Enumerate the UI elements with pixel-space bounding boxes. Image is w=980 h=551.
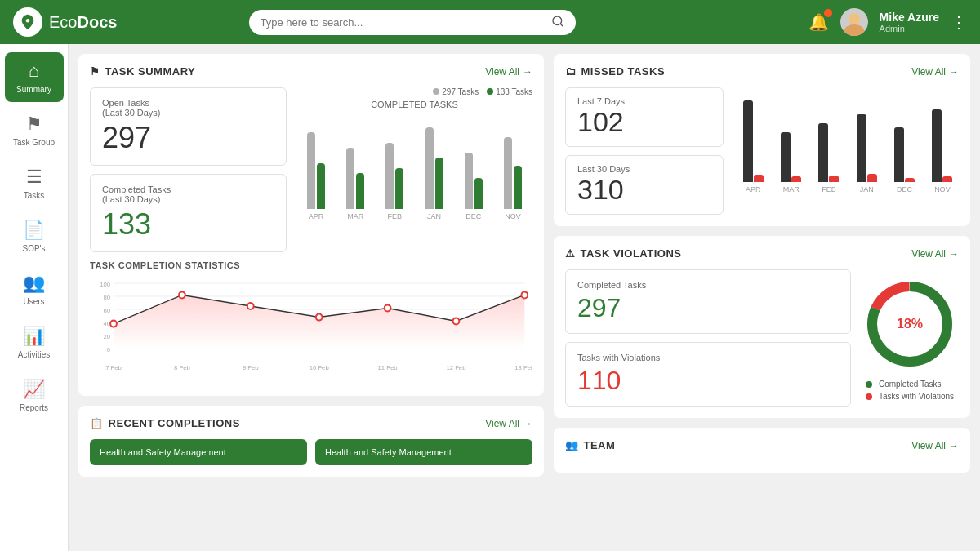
svg-point-22 xyxy=(521,291,528,298)
completed-tasks-box: Completed Tasks(Last 30 Days) 133 xyxy=(90,174,287,252)
bar-group-FEB: FEB xyxy=(378,119,411,220)
svg-point-20 xyxy=(385,304,391,311)
reports-icon: 📈 xyxy=(23,379,45,400)
sidebar-item-taskgroup[interactable]: ⚑ Task Group xyxy=(5,105,64,155)
bar-label-JAN: JAN xyxy=(427,212,441,220)
mbar-group-MAR: MAR xyxy=(774,92,807,193)
recent-completions-card: 📋 RECENT COMPLETIONS View All → Health a… xyxy=(78,406,544,477)
violations-completed-label: Completed Tasks xyxy=(577,280,839,290)
more-button[interactable]: ⋮ xyxy=(951,12,967,32)
violations-count-label: Tasks with Violations xyxy=(577,353,839,362)
nav-right: 🔔 Mike Azure Admin ⋮ xyxy=(808,8,967,36)
legend-297: 297 Tasks xyxy=(433,87,479,96)
team-card: 👥 TEAM View All → xyxy=(554,428,970,473)
sidebar-item-sops[interactable]: 📄 SOP's xyxy=(5,211,64,261)
sidebar: ⌂ Summary ⚑ Task Group ☰ Tasks 📄 SOP's 👥… xyxy=(0,44,69,551)
legend-133: 133 Tasks xyxy=(487,87,532,96)
sidebar-item-tasks[interactable]: ☰ Tasks xyxy=(5,158,64,208)
bar-group-MAR: MAR xyxy=(339,119,372,220)
svg-text:13 Feb: 13 Feb xyxy=(514,364,532,371)
mbar-dark-FEB xyxy=(818,123,828,182)
missed-7days-label: Last 7 Days xyxy=(577,96,711,106)
open-tasks-label: Open Tasks(Last 30 Days) xyxy=(102,98,274,118)
open-tasks-value: 297 xyxy=(102,121,274,155)
missed-7days: Last 7 Days 102 xyxy=(565,87,724,147)
violations-count: Tasks with Violations 110 xyxy=(565,342,851,407)
missed-tasks-viewall[interactable]: View All → xyxy=(911,66,959,78)
team-viewall[interactable]: View All → xyxy=(911,440,959,451)
mbar-label-JAN: JAN xyxy=(860,185,874,193)
recent-completions-title: 📋 RECENT COMPLETIONS xyxy=(90,417,240,429)
main-layout: ⌂ Summary ⚑ Task Group ☰ Tasks 📄 SOP's 👥… xyxy=(0,44,980,551)
mbar-red-NOV xyxy=(942,176,952,182)
sidebar-item-users[interactable]: 👥 Users xyxy=(5,264,64,314)
sidebar-label-activities: Activities xyxy=(18,350,50,359)
violations-stats: Completed Tasks 297 Tasks with Violation… xyxy=(565,269,851,407)
mbar-red-JAN xyxy=(867,174,877,182)
svg-text:7 Feb: 7 Feb xyxy=(105,364,122,371)
svg-point-21 xyxy=(453,318,460,324)
mbar-group-JAN: JAN xyxy=(850,92,883,193)
bar-label-APR: APR xyxy=(309,212,324,220)
missed-30days-label: Last 30 Days xyxy=(577,164,711,174)
content-area: ⚑ TASK SUMMARY View All → Open Tasks(Las… xyxy=(69,44,980,551)
search-button[interactable] xyxy=(551,15,564,30)
mbar-label-DEC: DEC xyxy=(897,185,912,193)
mbar-dark-DEC xyxy=(894,127,904,182)
svg-text:9 Feb: 9 Feb xyxy=(243,364,259,371)
recent-item-1-label: Health and Safety Management xyxy=(100,447,297,457)
bar-green-NOV xyxy=(514,166,522,209)
search-bar[interactable] xyxy=(249,10,576,35)
missed-30days-value: 310 xyxy=(577,174,711,206)
missed-tasks-card: 🗂 MISSED TASKS View All → Last 7 Days 10… xyxy=(554,54,970,226)
right-column: 🗂 MISSED TASKS View All → Last 7 Days 10… xyxy=(554,54,970,541)
svg-text:10 Feb: 10 Feb xyxy=(310,364,330,371)
notification-icon[interactable]: 🔔 xyxy=(808,12,829,32)
donut-legend: Completed Tasks Tasks with Violations xyxy=(866,380,954,401)
team-header: 👥 TEAM View All → xyxy=(565,439,959,451)
tasks-icon: ☰ xyxy=(26,167,42,188)
sidebar-item-reports[interactable]: 📈 Reports xyxy=(5,371,64,420)
mbar-label-APR: APR xyxy=(746,185,761,193)
svg-text:60: 60 xyxy=(104,307,111,314)
svg-point-18 xyxy=(247,303,254,309)
task-summary-body: Open Tasks(Last 30 Days) 297 Completed T… xyxy=(90,87,532,252)
activities-icon: 📊 xyxy=(23,326,45,347)
task-violations-viewall[interactable]: View All → xyxy=(911,248,959,260)
svg-text:0: 0 xyxy=(107,346,111,353)
task-stats: Open Tasks(Last 30 Days) 297 Completed T… xyxy=(90,87,287,252)
line-chart-svg: 100806040200 7 Feb8 Feb9 Feb10 Feb11 Feb… xyxy=(90,275,532,381)
bar-green-JAN xyxy=(435,158,443,209)
bar-label-FEB: FEB xyxy=(388,212,403,220)
missed-tasks-header: 🗂 MISSED TASKS View All → xyxy=(565,65,959,78)
logo-text: EcoDocs xyxy=(49,13,117,32)
search-input[interactable] xyxy=(261,16,545,29)
mbar-dark-MAR xyxy=(781,132,791,182)
line-chart-title: TASK COMPLETION STATISTICS xyxy=(90,260,532,270)
bar-gray-APR xyxy=(307,132,315,209)
chart-legend: 297 Tasks 133 Tasks xyxy=(296,87,532,96)
svg-point-3 xyxy=(844,24,864,36)
task-summary-header: ⚑ TASK SUMMARY View All → xyxy=(90,65,532,78)
task-summary-viewall[interactable]: View All → xyxy=(485,66,532,78)
sidebar-item-summary[interactable]: ⌂ Summary xyxy=(5,52,64,102)
mbar-red-MAR xyxy=(791,176,801,182)
recent-completions-viewall[interactable]: View All → xyxy=(485,418,532,429)
sops-icon: 📄 xyxy=(23,220,45,241)
sidebar-label-tasks: Tasks xyxy=(24,191,45,200)
sidebar-item-activities[interactable]: 📊 Activities xyxy=(5,318,64,367)
violations-completed: Completed Tasks 297 xyxy=(565,269,851,334)
logo-icon xyxy=(13,7,42,37)
open-tasks-box: Open Tasks(Last 30 Days) 297 xyxy=(90,87,287,166)
missed-stats: Last 7 Days 102 Last 30 Days 310 xyxy=(565,87,724,215)
bar-green-APR xyxy=(317,163,325,209)
svg-text:20: 20 xyxy=(104,333,111,340)
user-name: Mike Azure xyxy=(880,11,939,24)
sidebar-label-reports: Reports xyxy=(20,403,48,412)
bar-gray-DEC xyxy=(465,153,473,209)
legend-completed-dot xyxy=(866,381,872,388)
avatar xyxy=(840,8,868,36)
donut-chart-area: 18% Completed Tasks Tasks with Violation… xyxy=(861,269,959,407)
mbar-red-APR xyxy=(754,175,764,182)
users-icon: 👥 xyxy=(23,273,45,294)
